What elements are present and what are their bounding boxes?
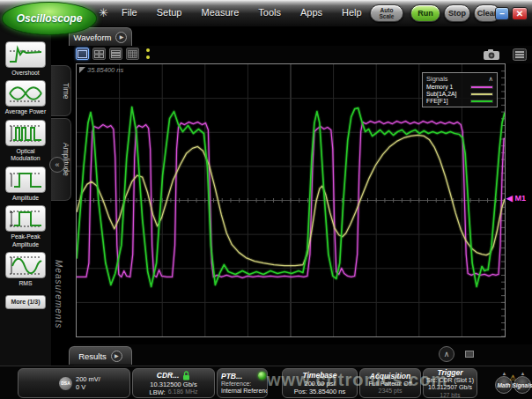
ptb-status-led: [258, 372, 266, 380]
more-measurements-button[interactable]: More (1/3): [5, 295, 46, 309]
results-tab-menu-icon[interactable]: ▶: [111, 351, 122, 362]
trigger-panel[interactable]: Trigger Src: CDR (Slot 1) 10.312507 Gb/s…: [423, 368, 477, 398]
sidebar-item-peak-peak-amplitude[interactable]: Peak-Peak Amplitude: [3, 205, 48, 248]
legend-item-sub[interactable]: Sub[1A,2A]: [426, 91, 493, 97]
legend-item-memory1[interactable]: Memory 1: [426, 84, 493, 90]
layout-rows-button[interactable]: [109, 48, 122, 60]
average-power-icon: [8, 83, 43, 104]
oscilloscope-logo: Oscilloscope: [2, 2, 97, 35]
results-tab[interactable]: Results ▶: [69, 346, 132, 365]
menu-bar: File Setup Measure Tools Apps Help: [122, 7, 362, 18]
menu-help[interactable]: Help: [342, 7, 362, 18]
math-button[interactable]: ▲ Math ⚠: [495, 372, 514, 395]
menu-measure[interactable]: Measure: [201, 7, 239, 18]
flag-icon: [79, 67, 85, 73]
display-mode-icon[interactable]: [465, 351, 474, 358]
collapse-sidebar-button[interactable]: «: [49, 157, 65, 173]
acquisition-panel[interactable]: Acquisition Full Pattern: Off 2345 pts: [359, 368, 421, 398]
bottom-dock: ◁ ⁘ DSA 200 mV/ 0 V CDR... 10.312500 Gb/…: [0, 366, 532, 399]
peak-peak-amplitude-icon: [8, 208, 43, 229]
overshoot-icon: [8, 44, 43, 65]
oscilloscope-app: ✳ File Setup Measure Tools Apps Help Aut…: [0, 0, 532, 399]
timebase-position-stamp: 35.85400 ns: [79, 66, 123, 74]
menu-tools[interactable]: Tools: [258, 7, 281, 18]
results-bar: Results ▶ ∧: [74, 344, 532, 366]
cdr-lock-icon: [182, 371, 190, 381]
sidebar-item-overshoot[interactable]: Overshoot: [3, 41, 48, 77]
menu-file[interactable]: File: [122, 7, 137, 18]
display-toolbar: [74, 46, 532, 63]
menu-icon[interactable]: [513, 48, 527, 61]
waveform-display[interactable]: 35.85400 ns Signals ∧ Memory 1 Sub[1A,2A…: [76, 63, 506, 337]
sidebar-item-optical-modulation[interactable]: Optical Modulation: [3, 120, 48, 163]
signals-legend[interactable]: Signals ∧ Memory 1 Sub[1A,2A] FFE[F1]: [422, 72, 498, 107]
status-dot-1: [146, 48, 150, 52]
rms-icon: [8, 255, 43, 276]
layout-grid16-button[interactable]: [126, 48, 139, 60]
sidebar-tabstrip: Time Amplitude Measurements: [51, 26, 74, 399]
amplitude-icon: [8, 169, 43, 190]
run-button[interactable]: Run: [410, 4, 440, 22]
cdr-panel[interactable]: CDR... 10.312500 Gb/s LBW: 6.186 MHz: [132, 368, 215, 398]
signals-button[interactable]: ▲ Signals: [514, 372, 532, 395]
ptb-panel[interactable]: PTB... Reference: Internal Reference: [217, 368, 268, 398]
timebase-panel[interactable]: Timebase 200.00 ps/ Pos: 35.85400 ns: [282, 368, 358, 398]
layout-quad-button[interactable]: [92, 48, 106, 60]
sub-color-swatch: [470, 92, 493, 96]
minimize-button[interactable]: –: [495, 7, 509, 20]
dsa-badge: DSA: [59, 377, 72, 390]
optical-modulation-icon: [8, 122, 43, 144]
right-gutter: ◀ M1: [506, 63, 532, 337]
signals-flipout-icon: ▲: [514, 372, 532, 376]
tab-time[interactable]: Time: [51, 65, 71, 116]
stop-button[interactable]: Stop: [444, 4, 470, 22]
menu-setup[interactable]: Setup: [157, 7, 182, 18]
legend-collapse-icon[interactable]: ∧: [489, 75, 494, 83]
sidebar-item-average-power[interactable]: Average Power: [3, 80, 48, 115]
waveform-tab-menu-icon[interactable]: ▶: [115, 32, 127, 43]
status-dot-2: [146, 55, 150, 59]
sparkle-icon: ✳: [99, 6, 108, 19]
legend-item-ffe[interactable]: FFE[F1]: [426, 98, 493, 104]
workspace-tabrow: Waveform ▶: [74, 26, 532, 46]
camera-icon[interactable]: [483, 48, 500, 61]
layout-single-button[interactable]: [76, 48, 89, 60]
sidebar-item-amplitude[interactable]: Amplitude: [3, 166, 48, 202]
expand-results-button[interactable]: ∧: [439, 346, 454, 362]
channel-setup-panel[interactable]: DSA 200 mV/ 0 V: [18, 368, 130, 398]
measurements-sidebar: Overshoot Average Power Optical Modulati…: [0, 26, 51, 399]
memory1-color-swatch: [470, 85, 493, 89]
close-button[interactable]: ✕: [512, 7, 528, 20]
menu-apps[interactable]: Apps: [300, 7, 322, 18]
marker-m1[interactable]: ◀ M1: [506, 194, 526, 203]
ffe-color-swatch: [470, 100, 493, 103]
measurements-palette-label: Measurements: [54, 260, 63, 366]
auto-scale-button[interactable]: Auto Scale: [370, 4, 403, 22]
sidebar-item-rms[interactable]: RMS: [3, 252, 48, 287]
